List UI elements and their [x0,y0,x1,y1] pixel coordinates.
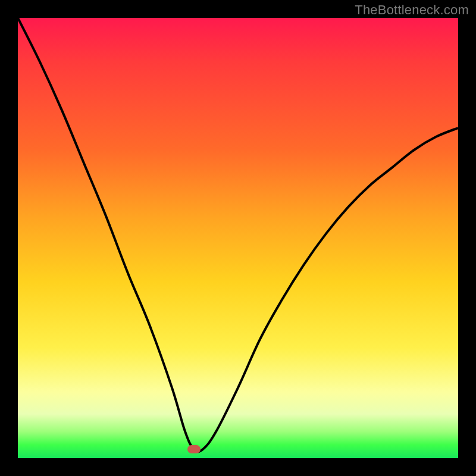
plot-area [18,18,458,458]
watermark-text: TheBottleneck.com [355,2,469,18]
bottleneck-curve [18,18,458,458]
curve-path [18,18,458,452]
chart-frame: TheBottleneck.com [0,0,476,476]
optimum-marker [187,445,201,453]
